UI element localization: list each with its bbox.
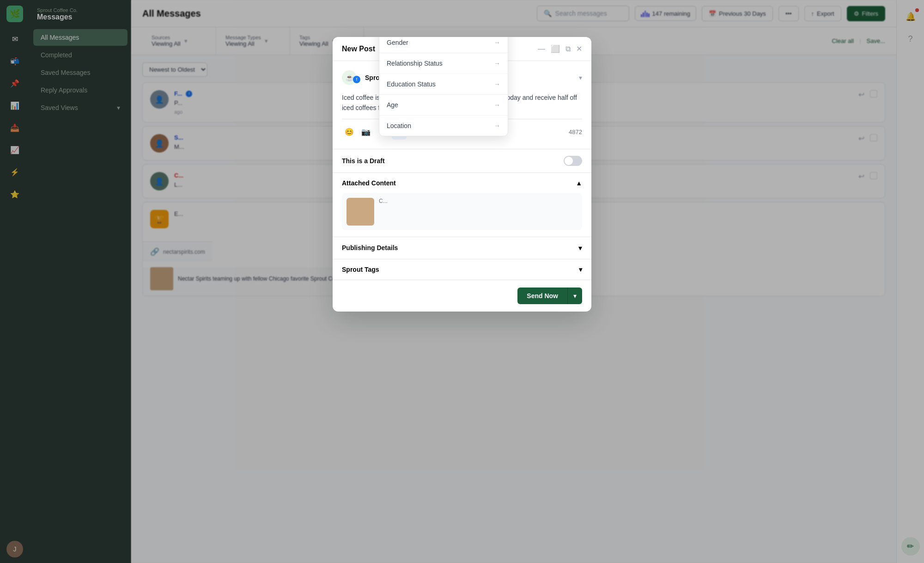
arrow-right-icon: → — [494, 101, 500, 109]
photo-icon[interactable]: 📷 — [359, 125, 373, 140]
targeting-dropdown: ← f Targeting Options Interests → Gender… — [379, 37, 508, 136]
attached-header[interactable]: Attached Content ▲ — [342, 173, 582, 193]
chevron-up-icon: ▲ — [576, 179, 582, 187]
restore-icon[interactable]: ⬜ — [551, 44, 560, 53]
publishing-label: Publishing Details — [342, 244, 398, 251]
attached-section: Attached Content ▲ C... — [333, 172, 591, 230]
draft-section[interactable]: This is a Draft — [333, 149, 591, 172]
targeting-item-gender[interactable]: Gender → — [379, 37, 508, 53]
targeting-item-age[interactable]: Age → — [379, 95, 508, 116]
send-row: Send Now ▾ — [333, 280, 591, 312]
close-icon[interactable]: ✕ — [576, 44, 582, 53]
targeting-item-location[interactable]: Location → — [379, 116, 508, 136]
targeting-item-label: Relationship Status — [387, 60, 443, 67]
send-dropdown-button[interactable]: ▾ — [567, 288, 582, 304]
publishing-section[interactable]: Publishing Details ▾ — [333, 237, 591, 259]
modal-controls: — ⬜ ⧉ ✕ — [538, 44, 582, 53]
sprout-tags-label: Sprout Tags — [342, 266, 379, 273]
facebook-platform-badge: f — [353, 76, 360, 83]
modal-title: New Post — [342, 45, 375, 53]
emoji-icon[interactable]: 😊 — [342, 125, 357, 140]
targeting-item-label: Education Status — [387, 80, 436, 88]
attached-description: C... — [379, 198, 388, 226]
attached-label: Attached Content — [342, 179, 396, 187]
arrow-right-icon: → — [494, 80, 500, 88]
expand-icon[interactable]: ⧉ — [565, 45, 571, 53]
arrow-right-icon: → — [494, 39, 500, 46]
chevron-down-icon: ▾ — [578, 244, 582, 252]
sprout-tags-section: Sprout Tags ▾ — [333, 259, 591, 280]
tags-header[interactable]: Sprout Tags ▾ — [342, 259, 582, 280]
send-button-group: Send Now ▾ — [517, 288, 582, 304]
send-now-button[interactable]: Send Now — [517, 288, 567, 304]
toolbar-container: 😊 📷 ⧉ 🎯 📍 🏷 ⬆ 👁 4872 ← f Targeting Opti — [342, 119, 582, 140]
draft-label: This is a Draft — [342, 157, 385, 165]
arrow-right-icon: → — [494, 122, 500, 129]
attached-content: C... — [342, 193, 582, 230]
modal-body: ☕ f Sprout Coffee Co. ▾ Iced coffee isn'… — [333, 61, 591, 149]
chevron-down-icon: ▾ — [579, 74, 582, 81]
targeting-item-label: Gender — [387, 39, 408, 46]
minimize-icon[interactable]: — — [538, 45, 545, 53]
char-count: 4872 — [569, 129, 582, 135]
new-post-modal: New Post — ⬜ ⧉ ✕ ☕ f Sprout Coffee Co. ▾ — [333, 37, 591, 312]
draft-toggle[interactable] — [564, 156, 582, 166]
chevron-down-icon: ▾ — [579, 266, 582, 273]
targeting-item-education-status[interactable]: Education Status → — [379, 74, 508, 95]
targeting-item-label: Location — [387, 122, 411, 129]
attached-image — [346, 198, 374, 226]
targeting-item-label: Age — [387, 101, 398, 109]
toggle-knob — [565, 157, 573, 165]
modal-overlay: New Post — ⬜ ⧉ ✕ ☕ f Sprout Coffee Co. ▾ — [0, 0, 924, 563]
arrow-right-icon: → — [494, 60, 500, 67]
targeting-item-relationship-status[interactable]: Relationship Status → — [379, 53, 508, 74]
